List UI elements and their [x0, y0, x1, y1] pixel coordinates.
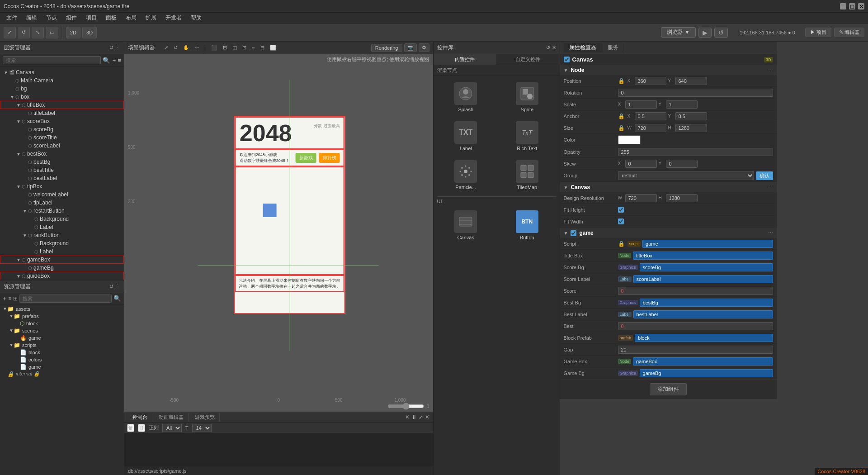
best-input[interactable] [618, 322, 773, 330]
assets-refresh[interactable]: ↺ [109, 284, 113, 290]
menuitem-文件[interactable]: 文件 [2, 13, 22, 23]
minimize-btn[interactable]: — [840, 3, 846, 10]
cp-canvas-node[interactable]: Canvas [437, 208, 495, 243]
gp-rank-btn[interactable]: 排行榜 [319, 153, 340, 163]
tree-node-main-camera[interactable]: ⬡Main Camera [0, 76, 124, 85]
node-action-btn[interactable]: ⋯ [768, 67, 773, 73]
scene-settings[interactable]: ⚙ [419, 43, 429, 52]
score-bg-input[interactable] [640, 263, 773, 271]
tree-node-restartButton[interactable]: ▼⬡restartButton [0, 207, 124, 215]
console-pause[interactable]: ⏸ [411, 414, 417, 420]
title-box-input[interactable] [633, 252, 773, 260]
menuitem-扩展[interactable]: 扩展 [141, 13, 161, 23]
menuitem-布局[interactable]: 布局 [121, 13, 141, 23]
tree-node-bestBg[interactable]: ⬡bestBg [0, 158, 124, 166]
game-bg-input[interactable] [640, 369, 773, 377]
tree-node-canvas[interactable]: ▼🎬Canvas [0, 68, 124, 76]
assets-search[interactable] [19, 294, 112, 303]
tab-service[interactable]: 服务 [602, 43, 624, 52]
game-box-input[interactable] [633, 357, 773, 366]
hierarchy-add[interactable]: + [112, 57, 116, 64]
asset-item-scenes[interactable]: ▼📁scenes [0, 327, 124, 334]
canvas-action-btn[interactable]: ⋯ [768, 185, 773, 190]
block-prefab-input[interactable] [635, 334, 773, 342]
tree-node-titleBox[interactable]: ▼⬡titleBox [0, 101, 124, 109]
tree-node-scoreBox[interactable]: ▼⬡scoreBox [0, 117, 124, 125]
tab-preview[interactable]: 游戏预览 [190, 413, 220, 422]
assets-list-view[interactable]: ≡ [8, 295, 11, 302]
size-w-input[interactable] [635, 124, 666, 132]
scene-tool-5[interactable]: ≡ [250, 44, 256, 52]
tree-node-bestTitle[interactable]: ⬡bestTitle [0, 166, 124, 174]
hierarchy-refresh[interactable]: ↺ [109, 45, 113, 51]
asset-item-assets-root[interactable]: ▼📁assets [0, 305, 124, 313]
assets-search-icon[interactable]: 🔍 [113, 295, 121, 302]
scene-tool-rotate[interactable]: ↺ [172, 44, 179, 52]
pos-x-input[interactable] [635, 77, 666, 85]
fit-width-check[interactable] [618, 218, 624, 224]
maximize-btn[interactable]: □ [849, 3, 855, 10]
refresh-btn[interactable]: ↺ [714, 28, 728, 38]
tree-node-box[interactable]: ▼⬡box [0, 93, 124, 101]
scene-tool-7[interactable]: ⬜ [268, 44, 278, 52]
tree-node-rank-label[interactable]: ⬡Label [0, 247, 124, 256]
tree-node-rank-background[interactable]: ⬡Background [0, 239, 124, 247]
fit-height-check[interactable] [618, 207, 624, 213]
tree-node-scoreLabel[interactable]: ⬡scoreLabel [0, 142, 124, 150]
scale-x-input[interactable] [625, 100, 657, 109]
score-label-input[interactable] [633, 275, 773, 283]
scene-tool-move[interactable]: ⤢ [162, 44, 170, 52]
project-btn[interactable]: ▶ 项目 [805, 28, 831, 37]
tree-node-rb-background[interactable]: ⬡Background [0, 215, 124, 223]
cp-richtext[interactable]: TxT Rich Text [498, 119, 556, 154]
scene-tool-4[interactable]: ⊡ [241, 44, 248, 52]
script-input[interactable] [642, 240, 773, 248]
scene-tool-3[interactable]: ◫ [231, 44, 239, 52]
scene-tool-hand[interactable]: ✋ [181, 44, 191, 52]
scene-cam-btn[interactable]: 📷 [404, 43, 417, 52]
asset-item-prefabs[interactable]: ▼📁prefabs [0, 313, 124, 320]
console-close[interactable]: ✕ [425, 414, 429, 420]
pos-y-input[interactable] [675, 77, 707, 85]
dr-h-input[interactable] [666, 194, 698, 202]
tb-scale[interactable]: ⤡ [32, 27, 44, 38]
tb-rect[interactable]: ▭ [46, 27, 58, 38]
cp-tiledmap[interactable]: TiledMap [498, 157, 556, 193]
tb-move[interactable]: ⤢ [4, 27, 16, 38]
console-tb-clear[interactable]: 🗑 [127, 424, 134, 432]
tab-custom[interactable]: 自定义控件 [496, 54, 560, 65]
tb-2d[interactable]: 2D [66, 27, 80, 38]
tree-node-tipBox[interactable]: ▼⬡tipBox [0, 182, 124, 190]
tree-node-gameBg[interactable]: ⬡gameBg [0, 264, 124, 272]
asset-item-block-prefab[interactable]: ⬡block [0, 320, 124, 327]
tree-node-rankButton[interactable]: ▼⬡rankButton [0, 231, 124, 239]
hierarchy-collapse[interactable]: ≡ [118, 57, 121, 64]
menuitem-开发者[interactable]: 开发者 [161, 13, 186, 23]
best-label-input[interactable] [633, 310, 773, 318]
tree-node-bestBox[interactable]: ▼⬡bestBox [0, 150, 124, 158]
assets-settings[interactable]: ⋮ [115, 284, 120, 290]
best-bg-input[interactable] [640, 299, 773, 307]
group-select[interactable]: default [618, 171, 754, 180]
cp-sprite[interactable]: Sprite [498, 80, 556, 115]
anchor-y-input[interactable] [675, 112, 707, 120]
tree-node-gameBox[interactable]: ▼⬡gameBox [0, 256, 124, 264]
tree-node-bg[interactable]: ⬡bg [0, 85, 124, 93]
color-swatch[interactable] [618, 135, 641, 144]
asset-item-game-scene[interactable]: 🔥game [0, 334, 124, 342]
menuitem-帮助[interactable]: 帮助 [186, 13, 206, 23]
skew-y-input[interactable] [666, 160, 698, 168]
hierarchy-settings[interactable]: ⋮ [115, 45, 120, 51]
cp-close[interactable]: ✕ [552, 45, 556, 51]
cp-splash[interactable]: Splash [437, 80, 495, 115]
asset-item-internal[interactable]: 🔒internal 🔒 [0, 370, 124, 378]
editor-btn[interactable]: ✎ 编辑器 [834, 28, 864, 37]
menuitem-面板[interactable]: 面板 [101, 13, 121, 23]
game-action-btn[interactable]: ⋯ [768, 230, 773, 236]
tab-inspector[interactable]: 属性检查器 [564, 43, 602, 52]
menuitem-编辑[interactable]: 编辑 [22, 13, 42, 23]
tree-node-scoreTitle[interactable]: ⬡scoreTitle [0, 133, 124, 142]
close-btn[interactable]: ✕ [858, 3, 864, 10]
dr-w-input[interactable] [625, 194, 657, 202]
scene-canvas-area[interactable]: 使用鼠标右键平移视图重点; 使用滚轮缩放视图 1,000 500 300 204… [124, 54, 433, 412]
